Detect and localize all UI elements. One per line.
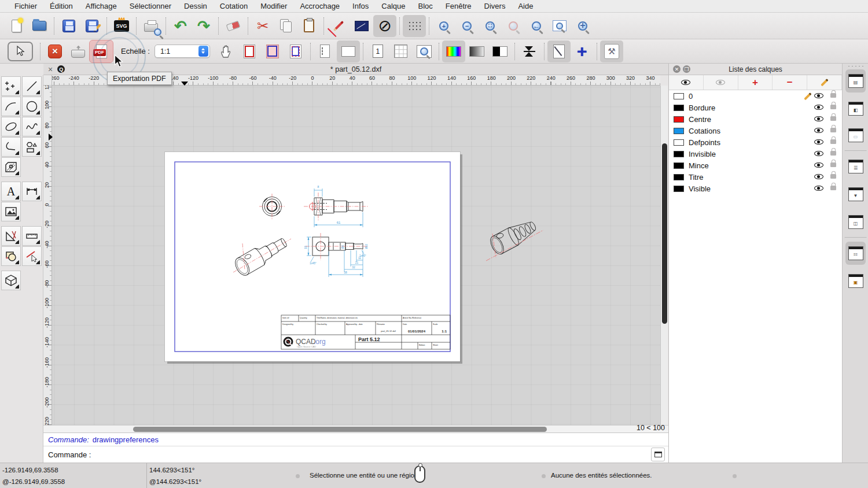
paper-borders-button[interactable]	[238, 40, 261, 62]
grayscale-button[interactable]	[465, 40, 488, 62]
horizontal-scrollbar[interactable]: 10 < 100	[43, 425, 668, 432]
layer-lock-icon[interactable]	[830, 139, 836, 144]
hatch-tool-button[interactable]	[1, 157, 21, 177]
layer-row-centre[interactable]: Centre	[669, 113, 842, 125]
dock-layer-list-button[interactable]: ▤	[845, 69, 866, 93]
layer-color-swatch[interactable]	[674, 116, 684, 123]
select-tool-button[interactable]	[3, 40, 37, 62]
svg-export-button[interactable]: SVG	[110, 15, 133, 37]
print-preview-button[interactable]	[139, 15, 163, 37]
auto-zoom-button[interactable]: ⛶	[479, 15, 502, 37]
circle-tool-button[interactable]	[22, 97, 42, 116]
paste-button[interactable]	[297, 15, 321, 37]
paper-grid-button[interactable]	[261, 40, 284, 62]
polyline-tool-button[interactable]	[1, 137, 21, 157]
scale-select[interactable]: 1:1	[155, 45, 210, 58]
zoom-out-button[interactable]: −	[455, 15, 479, 37]
new-file-button[interactable]	[5, 15, 28, 37]
edit-button[interactable]	[327, 15, 350, 37]
close-drawing-button[interactable]: ×	[43, 40, 67, 62]
menu-item-calque[interactable]: Calque	[375, 2, 411, 10]
delete-button[interactable]	[222, 15, 245, 37]
layer-color-swatch[interactable]	[674, 105, 684, 111]
layer-visibility-icon[interactable]	[814, 105, 823, 110]
pan-zoom-button[interactable]: ✛	[571, 15, 594, 37]
add-layer-button[interactable]: +	[738, 75, 773, 90]
layer-visibility-icon[interactable]	[814, 186, 823, 191]
layer-visibility-icon[interactable]	[814, 162, 823, 168]
draft-tools-button[interactable]	[1, 226, 21, 246]
modify-selection-tool-button[interactable]	[22, 246, 42, 266]
layer-color-swatch[interactable]	[674, 174, 684, 180]
measure-tool-button[interactable]	[22, 226, 42, 246]
dock-property-editor-button[interactable]: ☰	[845, 155, 866, 178]
layer-visibility-icon[interactable]	[814, 174, 823, 179]
layer-lock-icon[interactable]	[830, 151, 836, 156]
show-paper-preview-button[interactable]	[547, 40, 571, 62]
layer-lock-icon[interactable]	[830, 186, 836, 190]
save-button[interactable]	[57, 15, 80, 37]
menu-item-divers[interactable]: Divers	[478, 2, 512, 10]
dock-library-browser-button[interactable]: ▭	[845, 124, 866, 147]
drawing-canvas[interactable]: 8 61	[52, 86, 660, 425]
vertical-scrollbar-thumb[interactable]	[662, 143, 667, 324]
shape-tool-button[interactable]	[22, 137, 42, 157]
horizontal-scrollbar-thumb[interactable]	[133, 427, 547, 432]
layer-visibility-icon[interactable]	[814, 128, 823, 133]
menu-item-affichage[interactable]: Affichage	[79, 2, 123, 10]
cut-button[interactable]: ✂	[251, 15, 274, 37]
dock-clipboard-button[interactable]: ▣	[845, 269, 866, 293]
scale-reference-button[interactable]	[350, 15, 373, 37]
layer-lock-icon[interactable]	[830, 105, 836, 109]
layer-row-0[interactable]: 0	[669, 90, 842, 102]
menu-item-slectionner[interactable]: Sélectionner	[123, 2, 178, 10]
zoom-selection-button[interactable]	[502, 15, 525, 37]
hide-all-layers-button[interactable]	[704, 75, 738, 90]
menu-item-dition[interactable]: Édition	[43, 2, 79, 10]
hairline-button[interactable]	[518, 40, 541, 62]
layer-row-defpoints[interactable]: Defpoints	[669, 136, 842, 148]
layer-color-swatch[interactable]	[674, 139, 684, 146]
restriction-off-button[interactable]: ⊘	[373, 15, 396, 37]
menu-item-accrochage[interactable]: Accrochage	[293, 2, 346, 10]
show-all-layers-button[interactable]	[669, 75, 704, 90]
stepper-icon[interactable]	[198, 46, 208, 57]
menu-item-aide[interactable]: Aide	[512, 2, 539, 10]
menu-item-fichier[interactable]: Fichier	[8, 2, 43, 10]
layer-row-mince[interactable]: Mince	[669, 160, 842, 171]
pdf-export-button[interactable]: PDF	[90, 40, 113, 62]
preferences-button[interactable]: ⚒	[600, 40, 623, 62]
full-color-button[interactable]	[442, 40, 465, 62]
menu-item-bloc[interactable]: Bloc	[411, 2, 439, 10]
menu-item-dessin[interactable]: Dessin	[178, 2, 214, 10]
edit-layer-button[interactable]	[807, 75, 842, 90]
layer-lock-icon[interactable]	[830, 93, 836, 98]
layer-color-swatch[interactable]	[674, 186, 684, 192]
menu-item-infos[interactable]: Infos	[346, 2, 375, 10]
layer-visibility-icon[interactable]	[814, 139, 823, 145]
vertical-scrollbar[interactable]	[660, 86, 668, 425]
menu-item-fentre[interactable]: Fenêtre	[439, 2, 478, 10]
point-tool-button[interactable]	[1, 76, 21, 96]
portrait-button[interactable]	[314, 40, 337, 62]
ellipse-tool-button[interactable]	[1, 117, 21, 136]
layer-row-visible[interactable]: Visible	[669, 183, 842, 194]
dock-block-list-button[interactable]: ◧	[845, 97, 866, 120]
undo-button[interactable]: ↶	[169, 15, 192, 37]
export-button[interactable]	[67, 40, 90, 62]
landscape-button[interactable]	[337, 40, 360, 62]
layer-visibility-icon[interactable]	[814, 151, 823, 156]
layer-lock-icon[interactable]	[830, 162, 836, 167]
multi-page-button[interactable]	[389, 40, 413, 62]
open-file-button[interactable]	[28, 15, 51, 37]
auto-fit-drawing-button[interactable]	[284, 40, 307, 62]
zoom-to-page-button[interactable]	[413, 40, 436, 62]
layer-visibility-icon[interactable]	[814, 116, 823, 121]
redo-button[interactable]: ↷	[192, 15, 215, 37]
dimension-tool-button[interactable]	[22, 182, 42, 201]
layer-color-swatch[interactable]	[674, 93, 684, 99]
zoom-previous-button[interactable]: ←	[525, 15, 548, 37]
dock-command-line-button[interactable]: ≡≡	[845, 242, 866, 265]
layer-row-titre[interactable]: Titre	[669, 171, 842, 183]
dock-view-button[interactable]: ◫	[845, 210, 866, 234]
